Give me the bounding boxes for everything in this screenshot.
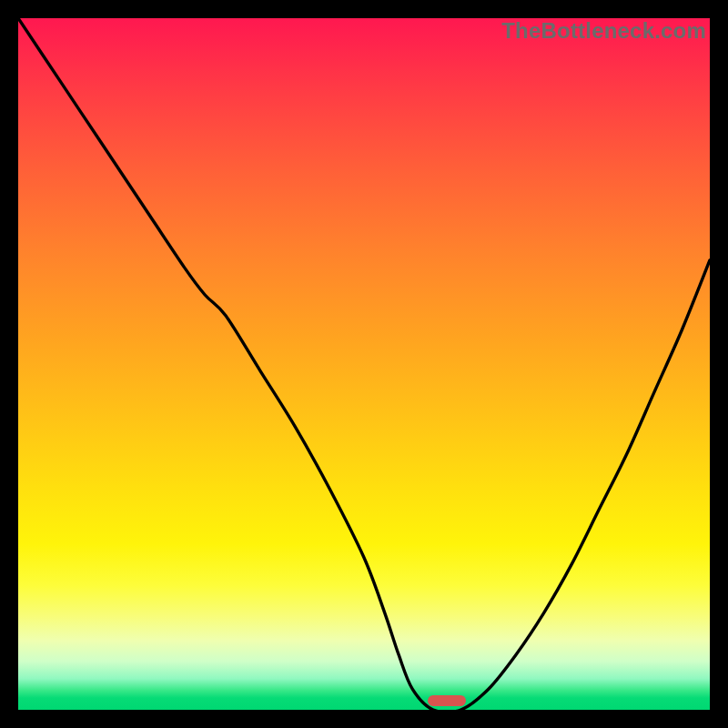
chart-frame: TheBottleneck.com — [0, 0, 728, 728]
optimal-marker — [428, 695, 466, 706]
plot-area: TheBottleneck.com — [18, 18, 710, 710]
bottleneck-curve — [18, 18, 710, 710]
